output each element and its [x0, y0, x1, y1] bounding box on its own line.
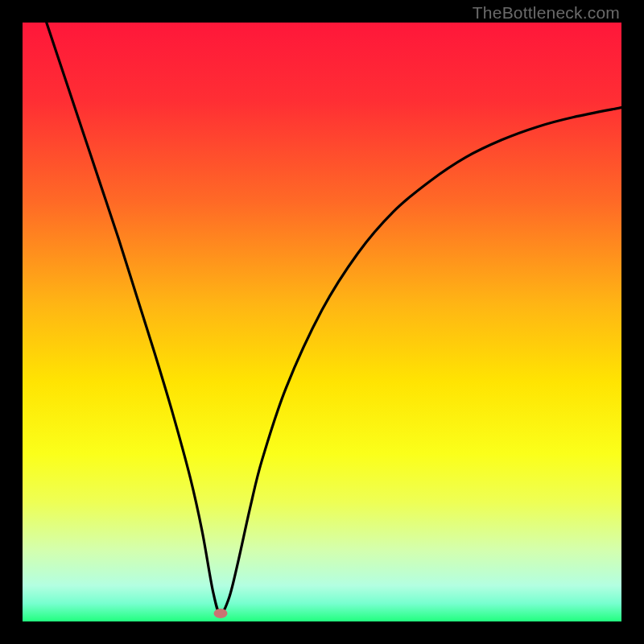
plot-area	[23, 23, 621, 621]
bottleneck-curve	[23, 23, 621, 621]
watermark-text: TheBottleneck.com	[473, 3, 620, 23]
chart-frame: TheBottleneck.com	[0, 0, 644, 644]
optimal-point-marker	[214, 609, 228, 618]
